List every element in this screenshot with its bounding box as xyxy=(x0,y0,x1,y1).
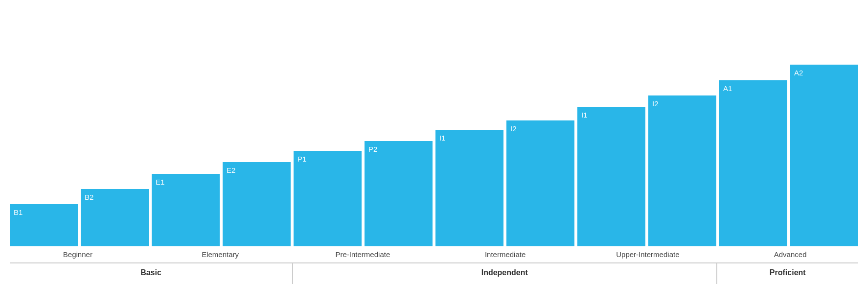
level-label-beginner: Beginner xyxy=(10,246,146,261)
bar-code-B2: B2 xyxy=(81,189,149,204)
level-labels-row: BeginnerElementaryPre-IntermediateInterm… xyxy=(10,246,858,261)
bar-B2: B2 xyxy=(81,189,149,246)
level-label-elementary: Elementary xyxy=(152,246,288,261)
level-label-pre-intermediate: Pre-Intermediate xyxy=(295,246,431,261)
bar-code-A1: A1 xyxy=(719,80,787,95)
bar-code-B1: B1 xyxy=(10,204,78,219)
bar-I1: I1 xyxy=(435,130,503,246)
chart-container: B1B2E1E2P1P2I1I2I1I2A1A2 BeginnerElement… xyxy=(0,0,868,284)
bar-code-I2: I2 xyxy=(648,95,716,111)
bar-wrapper: P1 xyxy=(294,151,362,246)
bar-wrapper: P2 xyxy=(365,141,433,246)
bar-I1: I1 xyxy=(577,107,645,246)
level-label-upper-intermediate: Upper-Intermediate xyxy=(580,246,716,261)
bar-group-intermediate: I1I2 xyxy=(435,120,574,246)
bar-E2: E2 xyxy=(223,162,291,246)
proficiency-independent: Independent xyxy=(293,263,717,284)
bar-group-advanced: A1A2 xyxy=(719,65,858,246)
proficiency-proficient: Proficient xyxy=(717,263,859,284)
bar-A2: A2 xyxy=(790,65,858,246)
bar-wrapper: I1 xyxy=(577,107,645,246)
bar-wrapper: B1 xyxy=(10,204,78,246)
bar-code-E2: E2 xyxy=(223,162,291,177)
bar-code-I2: I2 xyxy=(506,120,574,136)
proficiency-row: BasicIndependentProficient xyxy=(10,263,858,284)
level-divider xyxy=(291,246,292,261)
bar-group-pre-intermediate: P1P2 xyxy=(294,141,433,246)
bar-wrapper: E2 xyxy=(223,162,291,246)
proficiency-basic: Basic xyxy=(10,263,292,284)
bar-code-I1: I1 xyxy=(435,130,503,145)
bar-group-beginner: B1B2 xyxy=(10,189,149,246)
bar-wrapper: E1 xyxy=(152,174,220,246)
level-divider xyxy=(149,246,150,261)
bar-group-elementary: E1E2 xyxy=(152,162,291,246)
bar-wrapper: A1 xyxy=(719,80,787,246)
bar-B1: B1 xyxy=(10,204,78,246)
bar-wrapper: I1 xyxy=(435,130,503,246)
level-divider xyxy=(434,246,434,261)
bar-group-upper-intermediate: I1I2 xyxy=(577,95,716,246)
bar-code-P2: P2 xyxy=(365,141,433,156)
bar-P2: P2 xyxy=(365,141,433,246)
bar-code-I1: I1 xyxy=(577,107,645,122)
bar-wrapper: I2 xyxy=(648,95,716,246)
bar-code-P1: P1 xyxy=(294,151,362,166)
bar-I2: I2 xyxy=(648,95,716,246)
bar-E1: E1 xyxy=(152,174,220,246)
level-label-intermediate: Intermediate xyxy=(437,246,573,261)
bar-wrapper: B2 xyxy=(81,189,149,246)
bar-wrapper: I2 xyxy=(506,120,574,246)
level-divider xyxy=(719,246,720,261)
bar-A1: A1 xyxy=(719,80,787,246)
bar-code-A2: A2 xyxy=(790,65,858,80)
bar-I2: I2 xyxy=(506,120,574,246)
level-divider xyxy=(576,246,577,261)
bars-area: B1B2E1E2P1P2I1I2I1I2A1A2 xyxy=(10,10,858,246)
bar-P1: P1 xyxy=(294,151,362,246)
bar-wrapper: A2 xyxy=(790,65,858,246)
bar-code-E1: E1 xyxy=(152,174,220,189)
level-label-advanced: Advanced xyxy=(722,246,858,261)
